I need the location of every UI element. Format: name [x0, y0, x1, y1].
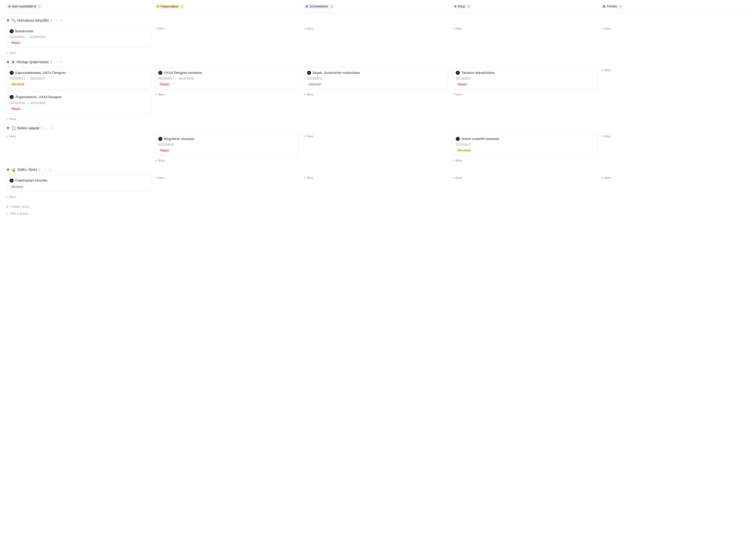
task-card-card-5[interactable]: + Képek, illusztrációk módosítása 2023/0… [304, 67, 448, 89]
status-col-deleted: Törölve 0 [601, 4, 750, 11]
task-card-card-7[interactable]: + Blogcikkek olvasása 2023/08/19 Magas [155, 133, 299, 155]
task-card-card-6[interactable]: + Tartalom aktualizálása 2023/08/17 Maga… [452, 67, 597, 89]
col-group-2-paused: + Képek, illusztrációk módosítása 2023/0… [304, 67, 452, 122]
task-name-card-3: Árajánlatkérés, UX/UI Designer [15, 95, 62, 99]
group-add-group-4[interactable]: + [48, 168, 51, 172]
group-header-group-3[interactable]: ▼ 📋 Notion alapok 2 ··· + [6, 125, 750, 131]
group-menu-group-1[interactable]: ··· [55, 18, 59, 22]
new-btn-group-2-deleted[interactable]: + New [601, 67, 746, 73]
col-group-2-not-started: + Kapcsolatfelvétel, UX/UI Designer 2023… [6, 67, 155, 122]
group-group-4: ▼ 🔒 Sütés, főzés 1 ··· + + Cukkinigolyó … [6, 167, 750, 200]
task-icon-card-3: + [10, 95, 14, 99]
priority-badge-card-9: Alacsony [10, 185, 25, 188]
group-icon-group-2: 🖥 [11, 60, 15, 64]
task-name-card-6: Tartalom aktualizálása [462, 70, 495, 75]
new-label: New [456, 93, 462, 96]
task-icon-card-6: + [456, 71, 460, 75]
new-btn-group-3-paused[interactable]: + New [304, 133, 448, 139]
new-label: New [9, 134, 16, 138]
group-collapse-icon-group-1: ▼ [6, 18, 10, 22]
priority-badge-card-1: Magas [10, 41, 22, 44]
task-icon-card-7: + [158, 137, 162, 141]
group-actions-group-3: ··· + [45, 126, 53, 130]
new-btn-group-2-in-progress[interactable]: + New [155, 91, 299, 97]
task-card-card-9[interactable]: + Cukkinigolyó készítés Alacsony [6, 175, 151, 192]
col-group-2-in-progress: + UX/UI Designer keresése 2023/08/17 → 2… [155, 67, 304, 122]
new-btn-group-1-paused[interactable]: + New [304, 26, 448, 32]
plus-icon: + [304, 27, 306, 30]
new-btn-group-2-done[interactable]: + New [452, 91, 597, 97]
new-btn-group-1-deleted[interactable]: + New [601, 26, 746, 32]
task-card-card-1[interactable]: + Barkácsolás 2023/09/02 → 2023/09/10 Ma… [6, 26, 151, 48]
new-btn-group-2-not-started[interactable]: + New [6, 116, 151, 122]
status-badge-deleted[interactable]: Törölve 0 [601, 4, 624, 9]
task-card-card-3[interactable]: + Árajánlatkérés, UX/UI Designer 2023/08… [6, 91, 151, 114]
new-btn-group-3-done[interactable]: + New [452, 157, 597, 163]
task-card-card-8[interactable]: + Notion szakértő keresése 2023/08/17 Mé… [452, 133, 597, 155]
status-badge-in-progress[interactable]: Folyamatban 2 [155, 4, 185, 9]
col-group-4-paused: + New [304, 175, 452, 200]
plus-icon: + [155, 158, 157, 162]
task-name-card-7: Blogcikkek olvasása [164, 137, 194, 141]
task-card-card-4[interactable]: + UX/UI Designer keresése 2023/08/17 → 2… [155, 67, 299, 89]
col-group-2-done: + Tartalom aktualizálása 2023/08/17 Maga… [452, 67, 601, 122]
status-count-deleted: 0 [620, 5, 622, 8]
new-btn-group-4-not-started[interactable]: + New [6, 194, 151, 200]
new-btn-group-1-in-progress[interactable]: + New [155, 26, 299, 32]
status-badge-not-started[interactable]: Nem kezdődött el 7 [6, 4, 42, 9]
group-icon-group-3: 📋 [11, 126, 16, 130]
add-group-button[interactable]: + Add a group [6, 211, 28, 215]
status-badge-paused[interactable]: Szüneteltetve 1 [304, 4, 334, 9]
task-name-card-5: Képek, illusztrációk módosítása [313, 70, 360, 75]
plus-icon: + [304, 93, 306, 96]
group-add-group-2[interactable]: + [60, 60, 63, 64]
priority-badge-card-7: Magas [158, 149, 171, 152]
col-group-3-in-progress: + Blogcikkek olvasása 2023/08/19 Magas +… [155, 133, 304, 163]
new-label: New [158, 158, 165, 162]
new-btn-group-4-done[interactable]: + New [452, 175, 597, 181]
col-group-1-deleted: + New [601, 26, 750, 56]
group-name-group-4: Sütés, főzés [17, 168, 37, 172]
task-card-card-2[interactable]: + Kapcsolatfelvétel, UX/UI Designer 2023… [6, 67, 151, 89]
new-btn-group-4-deleted[interactable]: + New [601, 175, 746, 181]
plus-icon: + [6, 211, 8, 215]
group-header-group-1[interactable]: ▼ 🔨 Homokozó készítés 5 ··· + [6, 17, 750, 23]
col-group-1-not-started: + Barkácsolás 2023/09/02 → 2023/09/10 Ma… [6, 26, 155, 56]
task-icon-card-4: + [158, 71, 162, 75]
task-date-card-5: 2023/08/31 [307, 77, 445, 80]
collapse-icon: ▼ [6, 205, 9, 208]
status-badge-done[interactable]: Kész 3 [452, 4, 471, 9]
priority-badge-card-2: Mérsékelt [10, 82, 26, 86]
new-label: New [158, 93, 165, 96]
new-btn-group-1-done[interactable]: + New [452, 26, 597, 32]
task-name-card-9: Cukkinigolyó készítés [15, 178, 47, 183]
group-menu-group-4[interactable]: ··· [43, 168, 47, 172]
status-dot-deleted [603, 5, 605, 8]
new-btn-group-3-deleted[interactable]: + New [601, 133, 746, 139]
task-icon-card-8: + [456, 137, 460, 141]
plus-icon: + [452, 158, 455, 162]
col-group-4-deleted: + New [601, 175, 750, 200]
hidden-group-toggle[interactable]: ▼ 1 hidden group [6, 205, 29, 208]
status-label-deleted: Törölve [607, 5, 617, 8]
plus-icon: + [304, 134, 306, 138]
task-date-card-6: 2023/08/17 [456, 77, 594, 80]
new-btn-group-4-in-progress[interactable]: + New [155, 175, 299, 181]
priority-badge-card-6: Magas [456, 82, 468, 86]
group-menu-group-2[interactable]: ··· [54, 60, 59, 64]
group-header-group-4[interactable]: ▼ 🔒 Sütés, főzés 1 ··· + [6, 167, 750, 173]
group-add-group-3[interactable]: + [50, 126, 53, 130]
group-add-group-1[interactable]: + [60, 18, 63, 22]
new-label: New [307, 134, 314, 138]
status-label-in-progress: Folyamatban [161, 5, 179, 8]
group-menu-group-3[interactable]: ··· [45, 126, 49, 130]
new-btn-group-3-in-progress[interactable]: + New [155, 157, 299, 163]
new-btn-group-4-paused[interactable]: + New [304, 175, 448, 181]
new-label: New [307, 93, 314, 96]
new-label: New [604, 27, 611, 30]
group-header-group-2[interactable]: ▼ 🖥 Honlap újratervezés 5 ··· + [6, 59, 750, 65]
new-btn-group-3-not-started[interactable]: + New [6, 133, 151, 139]
task-icon-card-2: + [10, 71, 14, 75]
new-btn-group-2-paused[interactable]: + New [304, 91, 448, 97]
new-btn-group-1-not-started[interactable]: + New [6, 50, 151, 56]
